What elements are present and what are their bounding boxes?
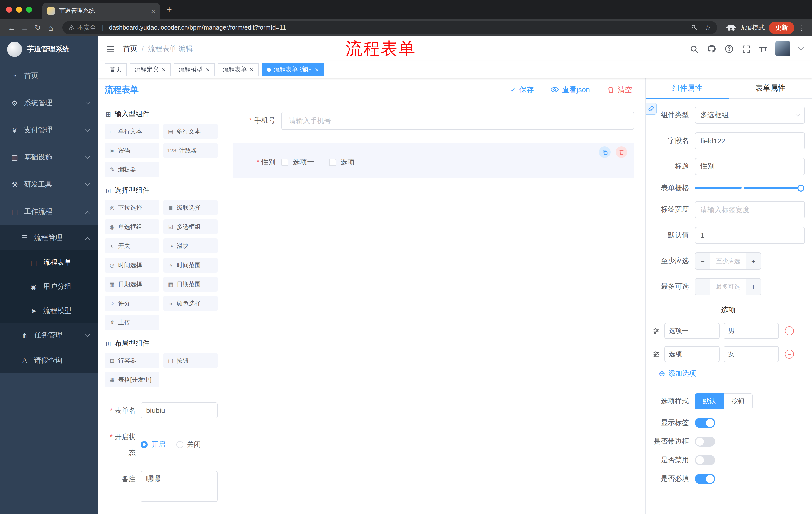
search-icon[interactable] [690,45,698,53]
sidebar-item[interactable]: ⚙ 系统管理 [0,89,98,117]
drag-handle-icon[interactable] [653,327,660,335]
palette-component[interactable]: ◐ 开关 [105,238,159,253]
new-tab-button[interactable]: + [166,4,172,15]
font-size-icon[interactable]: TT [759,45,767,53]
sidebar-item[interactable]: ♙ 请假查询 [0,348,98,373]
selected-component[interactable]: 性别 选项一 [233,143,634,178]
hamburger-icon[interactable] [106,44,115,54]
chrome-update-button[interactable]: 更新 [769,21,794,34]
option-value-input[interactable] [724,323,779,339]
browser-tab[interactable]: 芋道管理系统 × [42,2,160,19]
checkbox-option[interactable]: 选项二 [329,158,362,167]
checkbox-icon[interactable] [329,159,336,166]
tag-close-icon[interactable]: × [315,66,319,73]
palette-component[interactable]: ▢ 按钮 [163,353,218,368]
tag-close-icon[interactable]: × [206,66,209,73]
grid-slider[interactable] [695,187,801,189]
tab-component-props[interactable]: 组件属性 [646,78,729,98]
tab-close-icon[interactable]: × [151,7,155,15]
help-icon[interactable] [724,44,733,53]
security-status[interactable]: 不安全 [68,23,96,32]
remove-option-icon[interactable]: − [785,326,794,335]
tag-view-item[interactable]: 首页 [105,63,127,76]
clear-button[interactable]: 清空 [607,85,632,94]
min-select-value[interactable]: 至少应选 [710,253,746,269]
drag-handle-icon[interactable] [653,350,660,358]
palette-component[interactable]: ⊸ 滑块 [163,238,218,253]
palette-component[interactable]: ◷ 时间选择 [105,258,159,273]
toggle-switch[interactable] [695,455,715,465]
decrease-icon[interactable]: − [695,253,710,269]
field-name-input[interactable] [695,132,805,150]
decrease-icon[interactable]: − [695,279,710,295]
option-style-button[interactable]: 按钮 [724,393,753,409]
palette-component[interactable]: ⊞ 行容器 [105,353,159,368]
phone-input[interactable] [281,112,634,130]
checkbox-icon[interactable] [281,159,288,166]
option-value-input[interactable] [724,346,779,362]
tag-close-icon[interactable]: × [162,66,166,73]
palette-component[interactable]: ▭ 单行文本 [105,124,159,139]
form-name-input[interactable] [141,402,218,418]
toggle-switch[interactable] [695,437,715,447]
app-logo[interactable]: 芋道管理系统 [0,36,98,62]
sidebar-item[interactable]: ▥ 基础设施 [0,144,98,171]
slider-handle[interactable] [798,185,805,192]
delete-component-icon[interactable] [615,146,627,158]
address-bar[interactable]: 不安全 | dashboard.yudao.iocoder.cn/bpm/man… [62,21,717,34]
remove-option-icon[interactable]: − [785,350,794,359]
palette-component[interactable]: ▦ 表格[开发中] [105,372,159,387]
option-label-input[interactable] [664,346,720,362]
palette-component[interactable]: ☑ 多选框组 [163,219,218,234]
tag-view-item[interactable]: 流程表单 × [218,63,259,76]
browser-menu-icon[interactable]: ⋮ [799,24,805,31]
tag-view-item[interactable]: 流程模型 × [174,63,214,76]
home-icon[interactable]: ⌂ [44,23,57,32]
github-icon[interactable] [707,44,716,53]
copy-component-icon[interactable] [599,146,610,158]
increase-icon[interactable]: + [746,279,761,295]
palette-component[interactable]: ◉ 单选框组 [105,219,159,234]
palette-component[interactable]: ✎ 编辑器 [105,162,159,177]
password-key-icon[interactable] [691,24,699,31]
palette-component[interactable]: ◑ 颜色选择 [163,296,218,311]
sidebar-item[interactable]: ☰ 流程管理 [0,225,98,250]
forward-icon[interactable]: → [18,23,31,32]
label-width-input[interactable] [695,201,805,218]
palette-component[interactable]: ▤ 多行文本 [163,124,218,139]
view-json-button[interactable]: 查看json [551,85,590,94]
sidebar-item[interactable]: ▤ 流程表单 [0,250,98,275]
tag-view-item[interactable]: 流程表单-编辑 × [262,63,324,76]
form-remark-textarea[interactable]: 嘿嘿 [141,471,218,502]
title-input[interactable] [695,158,805,175]
palette-component[interactable]: ≣ 级联选择 [163,200,218,215]
tag-close-icon[interactable]: × [250,66,254,73]
palette-component[interactable]: ▣ 密码 [105,143,159,158]
save-button[interactable]: ✓ 保存 [510,85,533,94]
window-zoom-button[interactable] [26,6,32,12]
sidebar-item[interactable]: ◉ 用户分组 [0,275,98,299]
toggle-switch[interactable] [695,418,715,428]
avatar[interactable] [775,41,790,56]
sidebar-item[interactable]: ◔ 首页 [0,62,98,89]
palette-component[interactable]: 123 计数器 [163,143,218,158]
toggle-switch[interactable] [695,474,715,484]
checkbox-option[interactable]: 选项一 [281,158,314,167]
phone-field-row[interactable]: 手机号 [233,112,634,130]
sidebar-item[interactable]: ⋔ 任务管理 [0,323,98,348]
option-style-default[interactable]: 默认 [695,393,724,409]
tag-view-item[interactable]: 流程定义 × [129,63,171,76]
sidebar-item[interactable]: ▤ 工作流程 [0,198,98,225]
increase-icon[interactable]: + [746,253,761,269]
palette-component[interactable]: ◔ 时间范围 [163,258,218,273]
window-close-button[interactable] [6,6,12,12]
sidebar-item[interactable]: ⚒ 研发工具 [0,171,98,198]
bookmark-star-icon[interactable]: ☆ [705,24,711,32]
max-select-value[interactable]: 最多可选 [710,279,746,295]
link-badge-icon[interactable] [646,103,657,115]
status-off-radio[interactable]: 关闭 [176,440,201,449]
tab-form-props[interactable]: 表单属性 [729,78,812,98]
fullscreen-icon[interactable] [742,45,750,53]
sidebar-item[interactable]: ¥ 支付管理 [0,117,98,144]
status-on-radio[interactable]: 开启 [141,440,165,449]
